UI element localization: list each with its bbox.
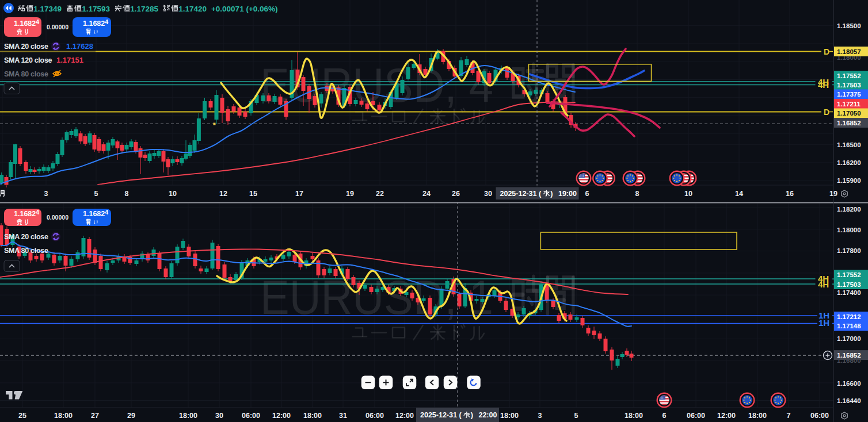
svg-text:12:00: 12:00	[272, 412, 291, 420]
svg-text:6: 6	[585, 190, 589, 198]
svg-text:1.17148: 1.17148	[837, 323, 861, 329]
svg-text:12:00: 12:00	[717, 412, 736, 420]
svg-text:3: 3	[538, 412, 542, 420]
svg-text:1.16200: 1.16200	[837, 159, 861, 166]
svg-text:27: 27	[91, 412, 99, 420]
svg-text:19: 19	[346, 190, 354, 198]
svg-text:5: 5	[94, 190, 98, 198]
svg-text:SMA 20 close: SMA 20 close	[4, 43, 48, 51]
svg-text:1.18000: 1.18000	[837, 227, 861, 233]
svg-text:1.17552: 1.17552	[837, 271, 861, 278]
svg-text:12: 12	[219, 190, 227, 198]
svg-text:1.17349: 1.17349	[33, 5, 62, 13]
svg-text:18:00: 18:00	[179, 412, 197, 420]
svg-text:D: D	[824, 47, 829, 56]
svg-text:1.17552: 1.17552	[837, 72, 861, 79]
svg-text:06:00: 06:00	[242, 412, 260, 420]
svg-text:5: 5	[574, 412, 578, 420]
svg-text:1.1682: 1.1682	[83, 20, 105, 28]
svg-text:1.17400: 1.17400	[837, 289, 861, 296]
svg-text:30: 30	[215, 412, 223, 420]
svg-text:): )	[550, 190, 553, 198]
svg-text:8: 8	[635, 190, 639, 198]
svg-text:1.17050: 1.17050	[837, 110, 861, 117]
svg-text:1.16852: 1.16852	[837, 120, 861, 126]
svg-text:06:00: 06:00	[687, 412, 705, 420]
svg-text:0.00000: 0.00000	[47, 214, 68, 221]
svg-text:D: D	[824, 108, 829, 117]
svg-text:0.00000: 0.00000	[47, 24, 68, 30]
svg-text:1.1682: 1.1682	[83, 210, 105, 218]
svg-text:18:00: 18:00	[625, 412, 643, 420]
svg-text:1.16440: 1.16440	[837, 397, 861, 404]
svg-text:+0.00071 (+0.06%): +0.00071 (+0.06%)	[211, 5, 278, 13]
svg-text:1.18200: 1.18200	[837, 206, 861, 213]
svg-text:1.17628: 1.17628	[66, 42, 93, 51]
svg-text:17: 17	[295, 190, 303, 198]
svg-text:SMA 80 close: SMA 80 close	[4, 70, 48, 78]
svg-text:4: 4	[105, 209, 108, 216]
svg-text:15: 15	[249, 190, 257, 198]
svg-text:1.17503: 1.17503	[837, 82, 861, 89]
svg-text:1.17503: 1.17503	[837, 281, 861, 288]
svg-text:1.1682: 1.1682	[14, 210, 36, 218]
svg-text:22: 22	[376, 190, 384, 198]
svg-text:1.17593: 1.17593	[82, 5, 110, 13]
svg-text:1.17151: 1.17151	[56, 56, 83, 64]
svg-text:4: 4	[36, 209, 39, 216]
svg-text:8: 8	[125, 190, 129, 198]
svg-text:22:00: 22:00	[478, 411, 497, 419]
svg-text:1.17420: 1.17420	[178, 5, 207, 13]
svg-text:06:00: 06:00	[366, 412, 384, 420]
svg-text:1.17285: 1.17285	[130, 5, 158, 13]
svg-text:16: 16	[786, 190, 794, 198]
svg-text:18:00: 18:00	[748, 412, 767, 420]
svg-text:1H: 1H	[818, 318, 829, 328]
svg-text:30: 30	[484, 190, 492, 198]
svg-text:6: 6	[663, 412, 667, 420]
svg-text:1.18057: 1.18057	[837, 48, 861, 55]
svg-text:18:00: 18:00	[500, 412, 519, 420]
svg-text:14: 14	[735, 190, 743, 198]
svg-text:1.17211: 1.17211	[837, 101, 861, 108]
svg-text:29: 29	[127, 412, 135, 420]
svg-text:4: 4	[105, 18, 108, 25]
svg-text:19: 19	[829, 190, 837, 198]
svg-text:1.16600: 1.16600	[837, 380, 861, 387]
svg-text:1.15900: 1.15900	[837, 177, 861, 184]
svg-text:1.1682: 1.1682	[14, 20, 36, 28]
svg-text:4H: 4H	[818, 279, 829, 289]
svg-text:SMA 80 close: SMA 80 close	[4, 247, 48, 255]
svg-text:10: 10	[169, 190, 177, 198]
svg-text:19:00: 19:00	[558, 190, 577, 198]
svg-text:1.18500: 1.18500	[837, 22, 861, 29]
svg-text:1.17800: 1.17800	[837, 247, 861, 254]
svg-text:): )	[471, 411, 473, 419]
svg-text:4H: 4H	[818, 80, 829, 90]
svg-text:31: 31	[339, 412, 347, 420]
svg-text:4: 4	[36, 18, 39, 25]
svg-text:24: 24	[422, 190, 431, 198]
svg-text:06:00: 06:00	[810, 412, 829, 420]
svg-text:SMA 20 close: SMA 20 close	[4, 233, 48, 241]
svg-text:3: 3	[44, 190, 48, 198]
svg-text:12:00: 12:00	[395, 412, 414, 420]
svg-text:18:00: 18:00	[303, 412, 322, 420]
svg-text:1.16852: 1.16852	[837, 352, 861, 359]
svg-text:26: 26	[452, 190, 460, 198]
svg-text:7: 7	[787, 412, 791, 420]
svg-text:25: 25	[18, 412, 26, 420]
svg-text:SMA 120 close: SMA 120 close	[4, 56, 52, 64]
svg-text:1.17375: 1.17375	[837, 91, 861, 98]
svg-text:18:00: 18:00	[54, 412, 73, 420]
svg-text:1.17000: 1.17000	[837, 335, 861, 342]
svg-text:2025-12-31 (: 2025-12-31 (	[420, 411, 462, 419]
svg-text:1.17212: 1.17212	[837, 313, 861, 320]
svg-text:2025-12-31 (: 2025-12-31 (	[500, 190, 542, 198]
svg-text:1.16500: 1.16500	[837, 141, 861, 148]
svg-text:10: 10	[684, 190, 692, 198]
